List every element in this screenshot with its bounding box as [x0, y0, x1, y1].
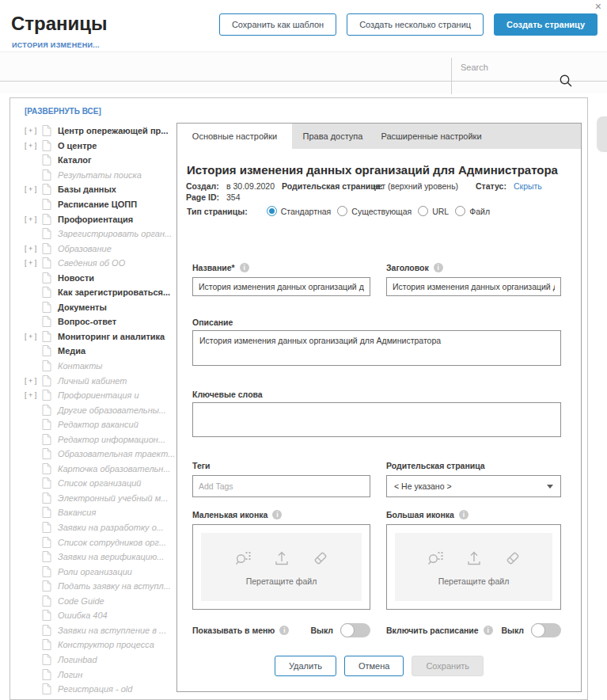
tree-item[interactable]: Редактор вакансий [25, 417, 175, 432]
tree-item[interactable]: Электронный учебный м... [25, 491, 175, 506]
tree-item[interactable]: Вакансия [25, 505, 175, 520]
tab-access-rights[interactable]: Права доступа [292, 124, 374, 149]
expand-plus-icon[interactable]: [ + ] [25, 142, 42, 150]
tree-item[interactable]: [ + ] Мониторинг и аналитика [25, 329, 175, 344]
tree-item[interactable]: Заявки на разработку о... [25, 520, 175, 535]
save-as-template-button[interactable]: Сохранить как шаблон [219, 13, 336, 36]
eraser-icon[interactable] [504, 549, 522, 566]
tree-item[interactable]: Контакты [25, 359, 175, 374]
tab-advanced-settings[interactable]: Расширенные настройки [374, 124, 489, 149]
keywords-textarea[interactable] [192, 402, 561, 437]
description-textarea[interactable]: История изменения данных организаций для… [192, 330, 561, 366]
cancel-button[interactable]: Отмена [344, 656, 404, 676]
tree-item[interactable]: Code Guide [25, 594, 175, 609]
create-multiple-pages-button[interactable]: Создать несколько страниц [347, 13, 484, 36]
document-icon [42, 331, 51, 342]
expand-plus-icon[interactable]: [ + ] [25, 185, 42, 193]
page-subtitle-breadcrumb[interactable]: ИСТОРИЯ ИЗМЕНЕНИ... [12, 41, 100, 49]
document-icon [42, 316, 51, 327]
info-icon[interactable] [484, 626, 493, 635]
info-icon[interactable] [434, 263, 443, 272]
info-icon[interactable] [459, 510, 469, 519]
expand-plus-icon[interactable]: [ + ] [25, 333, 42, 340]
name-input[interactable] [192, 277, 370, 296]
small-icon-dropzone[interactable]: Перетащите файл [192, 524, 370, 610]
show-in-menu-toggle[interactable] [340, 623, 370, 637]
page-type-option[interactable]: Стандартная [267, 206, 332, 216]
search-input[interactable] [461, 68, 554, 80]
tree-item[interactable]: Каталог [25, 153, 175, 168]
page-tree: [ + ] Центр опережающей пр... [ + ] О це… [25, 124, 175, 696]
close-icon[interactable]: × [595, 0, 601, 13]
tree-item[interactable]: Карточка образовательн... [25, 462, 175, 477]
enable-schedule-state: Выкл [501, 626, 524, 635]
tree-item[interactable]: Список сотрудников орг... [25, 535, 175, 550]
create-page-button[interactable]: Создать страницу [494, 13, 598, 36]
document-icon [42, 625, 51, 636]
tree-item[interactable]: Заявки на вступление в ... [25, 623, 175, 638]
tree-item[interactable]: [ + ] Личный кабинет [25, 373, 175, 388]
tree-item[interactable]: Конструктор процесса [25, 637, 175, 652]
expand-plus-icon[interactable]: [ + ] [25, 259, 42, 267]
page-type-option[interactable]: Файл [455, 206, 490, 216]
scrollbar-thumb[interactable] [597, 116, 607, 152]
page-type-option[interactable]: Существующая [337, 206, 412, 216]
tree-item[interactable]: Подать заявку на вступл... [25, 579, 175, 594]
image-preview-icon[interactable] [234, 549, 252, 566]
tree-item[interactable]: Вопрос-ответ [25, 314, 175, 329]
tree-item[interactable]: Ошибка 404 [25, 608, 175, 623]
tree-item[interactable]: Логин [25, 667, 175, 682]
tree-item[interactable]: [ + ] Профориентация [25, 211, 175, 226]
upload-icon[interactable] [273, 549, 290, 566]
eraser-icon[interactable] [312, 549, 329, 566]
tree-item[interactable]: Заявки на верификацию... [25, 550, 175, 565]
tree-item[interactable]: Как зарегистрироваться... [25, 285, 175, 300]
info-icon[interactable] [240, 263, 249, 272]
tree-item[interactable]: [ + ] Базы данных [25, 182, 175, 197]
expand-plus-icon[interactable]: [ + ] [25, 377, 42, 385]
info-icon[interactable] [279, 626, 289, 635]
page-type-option[interactable]: URL [418, 206, 449, 216]
info-icon[interactable] [272, 510, 282, 519]
tree-item[interactable]: Регистрация - old [25, 682, 175, 697]
expand-plus-icon[interactable]: [ + ] [25, 215, 42, 223]
expand-plus-icon[interactable]: [ + ] [25, 127, 42, 135]
parent-page-select[interactable]: < Не указано > [386, 475, 561, 497]
tree-item[interactable]: Редактор информацион... [25, 432, 175, 447]
tree-item[interactable]: [ + ] Центр опережающей пр... [25, 124, 175, 139]
tree-item[interactable]: Медиа [25, 344, 175, 359]
tree-item[interactable]: Документы [25, 300, 175, 315]
search-icon[interactable] [559, 74, 573, 88]
heading-input[interactable] [386, 277, 561, 296]
tree-item[interactable]: Список организаций [25, 476, 175, 491]
expand-all-link[interactable]: [РАЗВЕРНУТЬ ВСЕ] [25, 107, 101, 116]
tree-item[interactable]: Результаты поиска [25, 168, 175, 183]
tree-item[interactable]: Новости [25, 270, 175, 285]
tree-item[interactable]: Другие образовательны... [25, 402, 175, 417]
tab-main-settings[interactable]: Основные настройки [177, 124, 292, 149]
expand-plus-icon[interactable]: [ + ] [25, 391, 42, 399]
document-icon [42, 493, 51, 504]
tree-item[interactable]: Расписание ЦОПП [25, 197, 175, 212]
tree-item[interactable]: Зарегистрировать орган... [25, 226, 175, 242]
tree-item-label: Заявки на разработку о... [58, 523, 164, 532]
tree-item[interactable]: [ + ] Образование [25, 241, 175, 256]
tree-item[interactable]: Логинbad [25, 652, 175, 668]
enable-schedule-toggle[interactable] [531, 623, 561, 637]
delete-button[interactable]: Удалить [275, 656, 336, 676]
tree-item[interactable]: [ + ] Профориентация и [25, 388, 175, 403]
document-icon [42, 551, 51, 562]
tags-input[interactable] [192, 475, 370, 497]
big-icon-dropzone[interactable]: Перетащите файл [386, 524, 561, 610]
save-button[interactable]: Сохранить [412, 656, 484, 676]
expand-plus-icon[interactable]: [ + ] [25, 245, 42, 253]
upload-icon[interactable] [465, 549, 483, 566]
image-preview-icon[interactable] [427, 549, 444, 566]
tree-item[interactable]: Роли организации [25, 564, 175, 579]
tree-item[interactable]: [ + ] Сведения об ОО [25, 256, 175, 271]
small-icon-label: Маленькая иконка [192, 510, 267, 519]
tree-item[interactable]: Образовательная траект... [25, 447, 175, 462]
document-icon [42, 463, 51, 474]
status-hide-link[interactable]: Скрыть [514, 181, 542, 191]
tree-item[interactable]: [ + ] О центре [25, 139, 175, 154]
